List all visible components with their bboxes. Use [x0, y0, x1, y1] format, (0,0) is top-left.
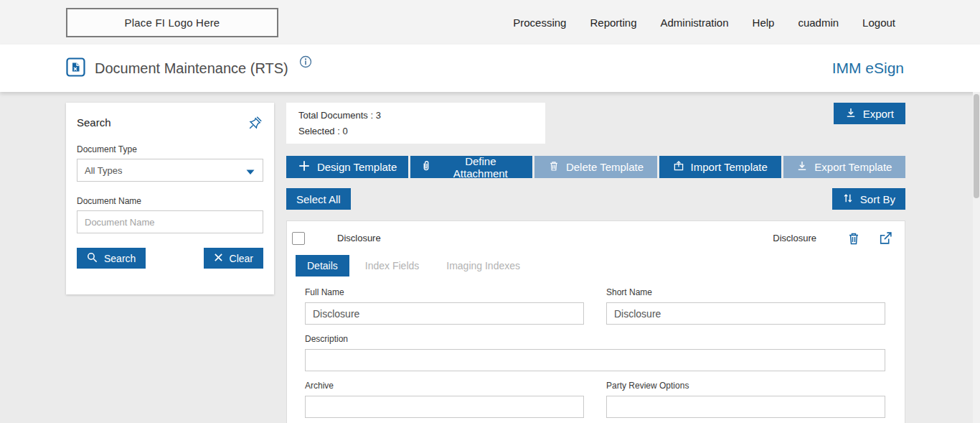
- document-name: Disclosure: [337, 233, 381, 243]
- document-type-value: All Types: [85, 165, 123, 176]
- description-label: Description: [305, 334, 885, 344]
- define-attachment-button[interactable]: Define Attachment: [410, 156, 532, 178]
- nav-processing[interactable]: Processing: [513, 17, 566, 29]
- description-input[interactable]: [305, 349, 885, 371]
- tab-imaging-indexes[interactable]: Imaging Indexes: [435, 255, 532, 276]
- party-review-options-input[interactable]: [606, 396, 885, 418]
- document-name-right: Disclosure: [773, 233, 816, 243]
- document-checkbox[interactable]: [292, 232, 305, 245]
- search-button[interactable]: Search: [77, 248, 146, 269]
- full-name-label: Full Name: [305, 287, 584, 297]
- full-name-input[interactable]: [305, 302, 584, 325]
- search-icon: [87, 252, 98, 265]
- short-name-label: Short Name: [606, 287, 885, 297]
- select-all-button[interactable]: Select All: [286, 188, 351, 210]
- brand-imm-esign: IMM eSign: [832, 60, 904, 77]
- paperclip-icon: [420, 160, 432, 174]
- content-column: Total Documents : 3 Selected : 0 Export: [286, 103, 905, 423]
- pin-icon[interactable]: [248, 115, 263, 130]
- sort-icon: [842, 192, 854, 206]
- selected-count: Selected : 0: [298, 126, 533, 136]
- delete-document-icon[interactable]: [847, 231, 861, 246]
- nav-logout[interactable]: Logout: [862, 17, 895, 29]
- design-template-button[interactable]: Design Template: [286, 156, 408, 178]
- page-title: Document Maintenance (RTS): [95, 60, 288, 77]
- document-maintenance-icon: [66, 57, 85, 80]
- archive-label: Archive: [305, 381, 584, 391]
- top-bar: Place FI Logo Here Processing Reporting …: [0, 0, 980, 45]
- tab-index-fields[interactable]: Index Fields: [354, 255, 430, 276]
- export-template-button[interactable]: Export Template: [783, 156, 905, 178]
- trash-icon: [548, 160, 560, 174]
- archive-input[interactable]: [305, 396, 584, 418]
- list-controls: Select All Sort By: [286, 188, 905, 210]
- search-panel: Search Document Type All Types Document …: [66, 103, 274, 294]
- party-review-options-label: Party Review Options: [606, 381, 885, 391]
- documents-summary: Total Documents : 3 Selected : 0: [286, 103, 545, 144]
- document-name-label: Document Name: [77, 196, 263, 206]
- import-icon: [673, 160, 684, 174]
- close-icon: [214, 253, 223, 264]
- document-type-select[interactable]: All Types: [77, 159, 263, 182]
- nav-help[interactable]: Help: [753, 17, 775, 29]
- top-navigation: Processing Reporting Administration Help…: [513, 17, 895, 29]
- export-button[interactable]: Export: [834, 103, 905, 124]
- document-details-form: Full Name Short Name Description: [287, 276, 905, 418]
- template-toolbar: Design Template Define Attachment: [286, 156, 905, 178]
- document-name-input[interactable]: [77, 210, 263, 233]
- search-panel-title: Search: [77, 116, 111, 129]
- open-external-icon[interactable]: [878, 231, 893, 246]
- nav-reporting[interactable]: Reporting: [590, 17, 636, 29]
- fi-logo-placeholder: Place FI Logo Here: [66, 8, 278, 37]
- info-icon[interactable]: [299, 55, 312, 71]
- clear-button[interactable]: Clear: [204, 248, 263, 269]
- main-content: Search Document Type All Types Document …: [0, 92, 980, 423]
- fi-logo-text: Place FI Logo Here: [125, 17, 220, 29]
- nav-user-cuadmin[interactable]: cuadmin: [798, 17, 839, 29]
- download-icon: [796, 160, 808, 174]
- document-type-label: Document Type: [77, 144, 263, 154]
- delete-template-button[interactable]: Delete Template: [534, 156, 656, 178]
- chevron-down-icon: [245, 167, 255, 178]
- vertical-scrollbar[interactable]: [973, 92, 980, 423]
- document-tabs: Details Index Fields Imaging Indexes: [296, 255, 905, 276]
- import-template-button[interactable]: Import Template: [659, 156, 781, 178]
- download-icon: [845, 107, 857, 121]
- scrollbar-thumb[interactable]: [974, 94, 979, 198]
- short-name-input[interactable]: [606, 302, 885, 325]
- sort-by-button[interactable]: Sort By: [832, 188, 905, 210]
- page-header: Document Maintenance (RTS) IMM eSign: [0, 45, 980, 92]
- plus-icon: [298, 159, 311, 175]
- tab-details[interactable]: Details: [296, 255, 349, 276]
- total-documents-count: Total Documents : 3: [298, 110, 533, 121]
- nav-administration[interactable]: Administration: [661, 17, 729, 29]
- document-card: Disclosure Disclosure: [286, 220, 905, 423]
